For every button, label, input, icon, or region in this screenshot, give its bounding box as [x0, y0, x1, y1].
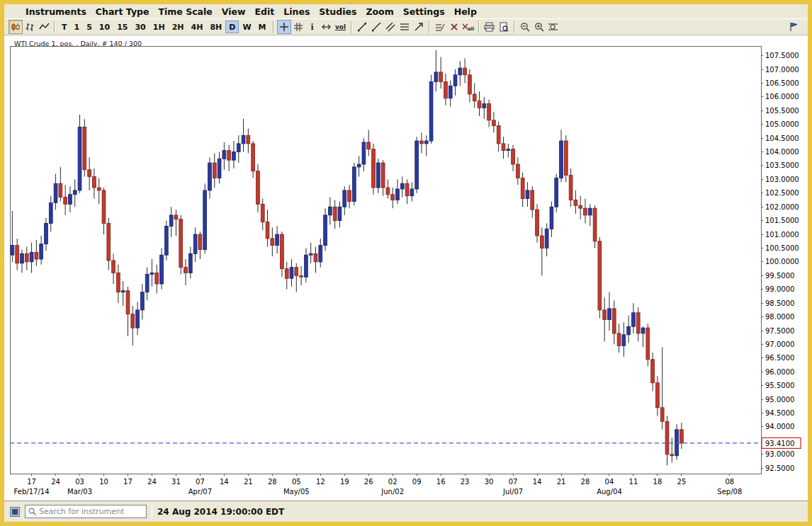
volume-button[interactable]: vol	[334, 20, 348, 34]
svg-text:21: 21	[557, 478, 566, 486]
timeframe-button[interactable]: W	[239, 21, 254, 33]
svg-text:105.0000: 105.0000	[765, 120, 799, 128]
arrow-line-tool-button[interactable]	[412, 20, 426, 34]
svg-text:16: 16	[436, 478, 446, 486]
menu-lines[interactable]: Lines	[283, 6, 310, 17]
instrument-color-chip[interactable]	[10, 507, 20, 517]
instrument-search-box[interactable]	[25, 505, 147, 518]
timeframe-button[interactable]: 2H	[169, 21, 188, 33]
print-preview-button[interactable]	[497, 20, 511, 34]
grid-icon	[293, 22, 303, 32]
toolbar: T 1 5 10 15 30 1H 2H 4H 8H D W M	[4, 18, 808, 35]
info-button[interactable]: i	[305, 20, 320, 34]
svg-text:18: 18	[653, 478, 662, 486]
timeframe-button[interactable]: 4H	[188, 21, 207, 33]
timeframe-button[interactable]: 1H	[150, 21, 169, 33]
svg-text:99.5000: 99.5000	[765, 272, 794, 280]
candlestick-icon	[11, 22, 21, 32]
svg-text:98.5000: 98.5000	[765, 299, 794, 307]
ohlc-bars-button[interactable]	[23, 20, 37, 34]
ray-icon	[371, 22, 381, 32]
manage-lines-button[interactable]	[433, 20, 447, 34]
svg-text:31: 31	[171, 478, 181, 486]
print-button[interactable]	[483, 20, 497, 34]
ohlc-bars-icon	[25, 22, 35, 32]
svg-text:04: 04	[605, 478, 614, 486]
search-input[interactable]	[39, 507, 143, 516]
line-chart-button[interactable]	[37, 20, 51, 34]
svg-text:09: 09	[412, 478, 422, 486]
svg-text:97.0000: 97.0000	[765, 341, 794, 348]
timeframe-button[interactable]: M	[255, 21, 270, 33]
svg-text:93.0000: 93.0000	[765, 450, 794, 458]
grid-button[interactable]	[291, 20, 305, 34]
zoom-range-button[interactable]	[546, 20, 560, 34]
svg-text:19: 19	[340, 478, 349, 486]
timeframe-button[interactable]: 15	[113, 21, 131, 33]
svg-text:92.5000: 92.5000	[765, 464, 794, 472]
svg-text:100.0000: 100.0000	[765, 258, 799, 265]
zoom-out-icon	[520, 22, 530, 32]
line-chart-icon	[39, 22, 50, 32]
manage-lines-icon	[435, 22, 445, 32]
menu-studies[interactable]: Studies	[319, 6, 356, 17]
svg-text:104.5000: 104.5000	[765, 135, 799, 142]
svg-text:107.5000: 107.5000	[765, 52, 799, 59]
candlestick-chart-button[interactable]	[9, 20, 23, 34]
zoom-in-button[interactable]	[532, 20, 546, 34]
timeframe-button[interactable]: 10	[96, 21, 113, 33]
svg-text:94.5000: 94.5000	[765, 409, 794, 417]
info-icon: i	[310, 23, 313, 32]
svg-text:94.0000: 94.0000	[765, 423, 794, 430]
svg-text:24: 24	[147, 478, 157, 486]
svg-text:103.0000: 103.0000	[765, 176, 799, 183]
candlestick-chart[interactable]: 107.5000107.0000106.5000106.0000105.5000…	[4, 45, 808, 501]
crosshair-button[interactable]	[277, 20, 291, 34]
horizontal-arrows-icon	[321, 23, 332, 31]
delete-all-lines-button[interactable]: all	[461, 20, 475, 34]
svg-text:95.5000: 95.5000	[765, 382, 794, 389]
menu-settings[interactable]: Settings	[403, 6, 445, 17]
timeframe-button[interactable]: T	[58, 21, 71, 33]
menu-chart-type[interactable]: Chart Type	[96, 6, 150, 17]
menu-view[interactable]: View	[222, 6, 246, 17]
timeframe-button[interactable]: 1	[71, 21, 84, 33]
toolbar-separator	[54, 21, 55, 33]
channel-tool-button[interactable]	[383, 20, 397, 34]
zoom-out-button[interactable]	[518, 20, 532, 34]
app-window: Instruments Chart Type Time Scale View E…	[0, 0, 812, 526]
menu-edit[interactable]: Edit	[255, 6, 275, 17]
svg-text:95.0000: 95.0000	[765, 396, 794, 404]
menu-instruments[interactable]: Instruments	[26, 6, 86, 17]
menu-time-scale[interactable]: Time Scale	[158, 6, 212, 17]
trendline-tool-button[interactable]	[355, 20, 369, 34]
timeframe-button[interactable]: 5	[83, 21, 96, 33]
fibonacci-tool-button[interactable]	[397, 20, 412, 34]
timeframe-button-daily[interactable]: D	[225, 21, 239, 33]
print-preview-icon	[499, 22, 509, 32]
svg-text:Feb/17/14: Feb/17/14	[14, 488, 50, 496]
svg-text:12: 12	[316, 478, 325, 486]
toolbar-separator	[514, 21, 515, 33]
timeframe-button[interactable]: 30	[131, 21, 149, 33]
menu-zoom[interactable]: Zoom	[366, 6, 393, 17]
svg-text:25: 25	[677, 478, 687, 486]
svg-text:10: 10	[99, 478, 108, 486]
print-icon	[484, 22, 495, 32]
svg-text:103.5000: 103.5000	[765, 161, 799, 169]
svg-text:23: 23	[461, 478, 470, 486]
ray-tool-button[interactable]	[369, 20, 383, 34]
chart-title-strip: WTI Crude 1. pos. , Daily, # 140 / 300	[4, 35, 808, 45]
arrow-line-icon	[414, 22, 424, 32]
delete-line-button[interactable]	[447, 20, 461, 34]
expand-horizontal-button[interactable]	[320, 20, 334, 34]
status-bar: 24 Aug 2014 19:00:00 EDT	[4, 501, 808, 522]
timeframe-button[interactable]: 8H	[206, 21, 225, 33]
svg-text:93.4100: 93.4100	[765, 440, 794, 447]
flag-button[interactable]	[786, 20, 801, 34]
crosshair-icon	[279, 22, 289, 32]
menu-help[interactable]: Help	[454, 6, 477, 17]
svg-text:99.0000: 99.0000	[765, 285, 794, 293]
svg-text:Sep/08: Sep/08	[717, 488, 742, 496]
svg-text:28: 28	[268, 478, 277, 486]
